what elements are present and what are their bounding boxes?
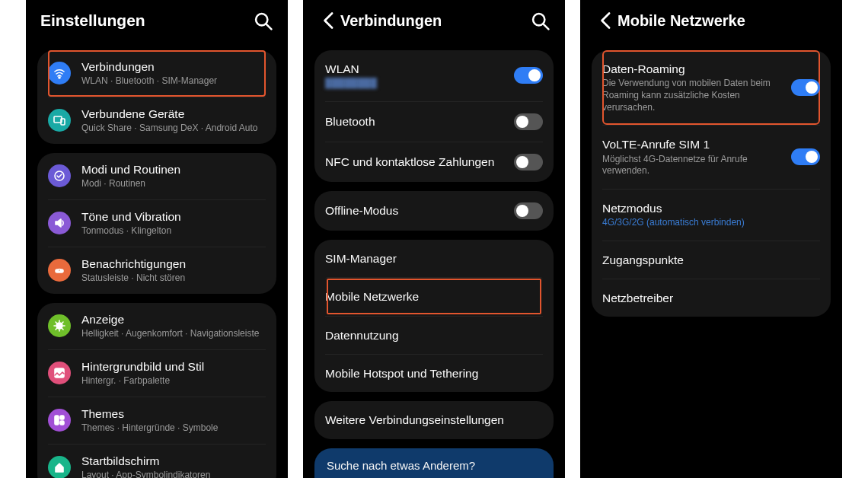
row-text: Mobile Netzwerke: [325, 289, 543, 304]
row-label: Themes: [81, 406, 266, 421]
settings-row[interactable]: StartbildschirmLayout · App-Symbolindika…: [48, 444, 266, 478]
settings-row[interactable]: Bluetooth: [325, 101, 543, 142]
row-text: Zugangspunkte: [602, 253, 820, 267]
row-text: VoLTE-Anrufe SIM 1Möglichst 4G-Datennetz…: [602, 137, 783, 177]
svg-line-14: [544, 24, 548, 29]
search-button[interactable]: [252, 10, 273, 31]
row-label: VoLTE-Anrufe SIM 1: [602, 137, 783, 151]
row-text: Töne und VibrationTonmodus · Klingelton: [81, 209, 266, 237]
settings-row[interactable]: Weitere Verbindungseinstellungen: [325, 401, 543, 438]
wifi-icon: [48, 62, 71, 84]
settings-row[interactable]: AnzeigeHelligkeit · Augenkomfort · Navig…: [48, 303, 266, 349]
back-button[interactable]: [595, 9, 617, 32]
settings-row[interactable]: Netzmodus4G/3G/2G (automatisch verbinden…: [602, 189, 820, 241]
row-text: Datennutzung: [325, 328, 543, 343]
settings-row[interactable]: Offline-Modus: [325, 191, 543, 231]
row-label: Anzeige: [81, 312, 266, 327]
row-text: Hintergrundbild und StilHintergr. · Farb…: [81, 359, 266, 387]
svg-point-2: [59, 77, 60, 78]
svg-point-13: [533, 14, 544, 25]
row-label: Offline-Modus: [325, 203, 506, 218]
row-label: Netzmodus: [602, 201, 820, 215]
settings-row[interactable]: NFC und kontaktlose Zahlungen: [325, 142, 543, 182]
row-text: ThemesThemes · Hintergründe · Symbole: [81, 406, 266, 435]
settings-row[interactable]: Datennutzung: [325, 316, 543, 354]
row-sub: Helligkeit · Augenkomfort · Navigationsl…: [81, 328, 266, 340]
settings-row[interactable]: VerbindungenWLAN · Bluetooth · SIM-Manag…: [48, 50, 266, 97]
settings-row[interactable]: Verbundene GeräteQuick Share · Samsung D…: [48, 97, 266, 144]
row-sub: Layout · App-Symbolindikatoren: [81, 470, 266, 478]
row-sub: Möglichst 4G-Datennetze für Anrufe verwe…: [602, 154, 783, 177]
suggestion-banner[interactable]: Suche nach etwas Anderem?Samsung Cloud: [314, 448, 554, 478]
settings-row[interactable]: Modi und RoutinenModi · Routinen: [48, 153, 266, 199]
bell-icon: [48, 259, 71, 282]
row-text: NFC und kontaktlose Zahlungen: [325, 155, 506, 169]
toggle[interactable]: [791, 79, 820, 96]
settings-row[interactable]: VoLTE-Anrufe SIM 1Möglichst 4G-Datennetz…: [602, 125, 820, 189]
search-button[interactable]: [529, 10, 550, 31]
page-title: Mobile Netzwerke: [617, 12, 828, 30]
row-sub: Modi · Routinen: [81, 178, 266, 190]
settings-row[interactable]: Mobile Netzwerke: [325, 277, 543, 315]
row-label: SIM-Manager: [325, 251, 543, 266]
row-label: Hintergrundbild und Stil: [81, 359, 266, 374]
toggle[interactable]: [514, 202, 543, 219]
toggle[interactable]: [514, 154, 543, 170]
settings-row[interactable]: WLAN████████: [325, 50, 543, 101]
wallpaper-icon: [48, 362, 71, 384]
svg-rect-4: [61, 119, 65, 125]
svg-rect-11: [60, 416, 64, 419]
toggle[interactable]: [514, 67, 543, 84]
row-label: Verbindungen: [81, 59, 266, 74]
settings-row[interactable]: Hintergrundbild und StilHintergr. · Farb…: [48, 349, 266, 397]
row-text: Netzmodus4G/3G/2G (automatisch verbinden…: [602, 201, 820, 229]
toggle[interactable]: [514, 113, 543, 130]
page-title: Einstellungen: [40, 11, 252, 30]
settings-row[interactable]: SIM-Manager: [325, 240, 543, 277]
banner-title: Suche nach etwas Anderem?: [327, 459, 541, 472]
home-icon: [48, 456, 71, 478]
row-label: WLAN: [325, 62, 506, 76]
settings-row[interactable]: Netzbetreiber: [602, 279, 820, 317]
row-text: BenachrichtigungenStatusleiste · Nicht s…: [81, 257, 266, 285]
svg-point-0: [256, 14, 267, 25]
svg-line-1: [266, 24, 271, 29]
row-text: Bluetooth: [325, 114, 506, 129]
row-label: Startbildschirm: [81, 454, 266, 468]
toggle[interactable]: [791, 148, 820, 165]
row-sub: ████████: [325, 78, 506, 90]
display-icon: [48, 314, 71, 337]
settings-row[interactable]: Mobile Hotspot und Tethering: [325, 354, 543, 392]
row-label: Datennutzung: [325, 328, 543, 343]
row-text: VerbindungenWLAN · Bluetooth · SIM-Manag…: [81, 59, 266, 88]
row-text: Verbundene GeräteQuick Share · Samsung D…: [81, 107, 266, 135]
back-button[interactable]: [318, 9, 340, 32]
row-sub: WLAN · Bluetooth · SIM-Manager: [81, 75, 266, 88]
page-title: Verbindungen: [340, 12, 529, 30]
row-sub: Quick Share · Samsung DeX · Android Auto: [81, 123, 266, 135]
row-label: Benachrichtigungen: [81, 257, 266, 271]
row-label: Zugangspunkte: [602, 253, 820, 267]
row-label: Mobile Hotspot und Tethering: [325, 366, 543, 381]
svg-rect-10: [55, 416, 59, 425]
row-text: Weitere Verbindungseinstellungen: [325, 413, 543, 427]
settings-row[interactable]: ThemesThemes · Hintergründe · Symbole: [48, 397, 266, 444]
row-label: NFC und kontaktlose Zahlungen: [325, 155, 506, 169]
row-label: Netzbetreiber: [602, 291, 820, 305]
settings-row[interactable]: BenachrichtigungenStatusleiste · Nicht s…: [48, 247, 266, 294]
check-icon: [48, 164, 71, 187]
row-label: Daten-Roaming: [602, 62, 783, 76]
row-sub: Statusleiste · Nicht stören: [81, 272, 266, 285]
settings-row[interactable]: Zugangspunkte: [602, 241, 820, 279]
row-label: Modi und Routinen: [81, 162, 266, 177]
row-label: Verbundene Geräte: [81, 107, 266, 121]
row-sub: 4G/3G/2G (automatisch verbinden): [602, 217, 820, 229]
row-text: SIM-Manager: [325, 251, 543, 266]
settings-row[interactable]: Töne und VibrationTonmodus · Klingelton: [48, 199, 266, 247]
svg-point-7: [59, 269, 61, 272]
row-text: AnzeigeHelligkeit · Augenkomfort · Navig…: [81, 312, 266, 340]
settings-row[interactable]: Daten-RoamingDie Verwendung von mobilen …: [602, 50, 820, 125]
row-sub: Die Verwendung von mobilen Daten beim Ro…: [602, 78, 783, 113]
svg-point-8: [56, 323, 62, 329]
devices-icon: [48, 109, 71, 132]
